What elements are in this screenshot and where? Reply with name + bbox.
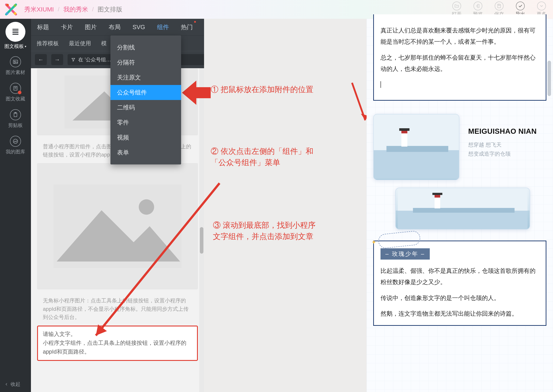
svg-rect-4 [12,29,18,30]
dashed-oval-icon [378,230,421,249]
svg-rect-24 [374,115,459,150]
preview-section-block[interactable]: ✦ – 玫瑰少年 – 比起温柔、倔强、你不是真正的快乐，仓颉这首歌所拥有的粉丝数… [373,241,546,326]
svg-point-3 [14,12,16,15]
preview-paragraph: 传说中，创造象形文字的是一个叫仓颉的人。 [381,293,539,304]
preview-image-card[interactable] [373,114,459,180]
menu-parts[interactable]: 零件 [110,115,181,130]
nav-back-button[interactable]: ← [35,54,47,65]
rail-clip-label: 剪贴板 [8,122,23,129]
chevron-down-icon [537,1,546,10]
preview-image-card[interactable] [395,188,530,230]
svg-point-2 [6,12,8,15]
preview-paragraph: 总之，七岁那年抓住的蝉不会留在夏天，十七岁那年怦然心动的人，也未必能永远。 [381,52,539,75]
text-caret-icon [381,81,539,88]
breadcrumb-sep: / [58,6,59,13]
svg-rect-32 [413,208,515,213]
arrow-icon [182,78,211,107]
tab-title[interactable]: 标题 [37,22,50,32]
rail-collapse-button[interactable]: 收起 [0,381,31,388]
preview-paragraph: 真正让人们总是喜欢翻来覆去感慨年少时光的原因，很有可能是当时忘不掉的某一个人，或… [381,25,539,48]
svg-point-9 [14,61,15,62]
preview-paragraph: 比起温柔、倔强、你不是真正的快乐，仓颉这首歌所拥有的粉丝数好像是少之又少。 [381,265,539,288]
preview-subtext: 想变成造字的仓颉 [468,149,537,159]
preview-pane[interactable]: 真正让人们总是喜欢翻来覆去感慨年少时光的原因，很有可能是当时忘不掉的某一个人，或… [367,19,553,392]
filter-text: 在 '公众号组… [78,56,111,63]
rail-images-label: 图片素材 [6,69,25,76]
svg-rect-31 [398,211,527,229]
menu-divider[interactable]: 分割线 [110,40,181,55]
breadcrumb: 秀米XIUMI / 我的秀米 / 图文排版 [24,5,452,14]
gallery-icon [10,136,21,147]
tab-layout[interactable]: 布局 [108,22,121,32]
menu-video[interactable]: 视频 [110,130,181,145]
annotation-3: ③ 滚动到最底部，找到小程序文字组件，并点击添加到文章 [213,220,316,242]
svg-marker-22 [182,81,211,105]
rail-collapse-label: 收起 [11,381,20,388]
svg-rect-5 [12,30,18,31]
preview-image-text: MEIGUISHAO NIAN 想穿越 想飞天 想变成造字的仓颉 [468,114,537,159]
svg-rect-35 [432,193,442,195]
app-logo[interactable] [4,3,18,16]
svg-marker-23 [96,324,107,336]
svg-rect-29 [399,128,410,131]
rail-images-button[interactable]: 图片素材 [6,56,25,76]
nav-forward-button[interactable]: → [51,54,63,65]
templates-label: 图文模板▾ [4,43,26,50]
svg-rect-34 [435,195,440,198]
tab-component[interactable]: 组件 [156,22,169,32]
sparkle-icon: ✦ [371,238,376,246]
annotation-1: ① 把鼠标放在添加附件的位置 [211,84,313,95]
folder-icon [452,1,461,10]
preview-image-row: MEIGUISHAO NIAN 想穿越 想飞天 想变成造字的仓颉 [373,114,546,180]
menu-qrcode[interactable]: 二维码 [110,100,181,115]
scrollbar-thumb[interactable] [547,61,551,96]
preview-paragraph: 然鹅，连文字造物主都无法写出能让你回来的诗篇。 [381,308,539,319]
arrow-icon [347,81,370,125]
rail-favorites-label: 图文收藏 [6,96,25,102]
arrow-icon [87,181,224,342]
svg-rect-6 [12,32,18,33]
svg-rect-7 [12,34,18,35]
annotation-2: ② 依次点击左侧的「组件」和「公众号组件」菜单 [211,146,313,168]
breadcrumb-brand[interactable]: 秀米XIUMI [24,5,54,14]
svg-rect-25 [374,150,459,179]
rail-gallery-label: 我的图库 [6,148,25,155]
svg-point-0 [6,4,9,7]
tab-svg[interactable]: SVG [132,22,146,32]
menu-wechat-component[interactable]: 公众号组件 [110,85,181,100]
rail-gallery-button[interactable]: 我的图库 [6,136,25,155]
preview-subtext: 想穿越 想飞天 [468,140,537,149]
rail-clipboard-button[interactable]: 剪贴板 [8,109,23,129]
eye-icon [474,1,482,10]
preview-scrollbar[interactable] [547,21,552,390]
left-rail: 图文模板▾ 图片素材 图文收藏 剪贴板 我的图库 收起 [0,19,31,392]
component-dropdown: 分割线 分隔符 关注原文 公众号组件 二维码 零件 视频 表单 [110,35,181,164]
rail-templates-button[interactable] [6,22,25,42]
breadcrumb-current: 图文排版 [98,5,122,14]
menu-separator[interactable]: 分隔符 [110,55,181,70]
section-badge: – 玫瑰少年 – [381,248,430,259]
preview-text-block[interactable]: 真正让人们总是喜欢翻来覆去感慨年少时光的原因，很有可能是当时忘不掉的某一个人，或… [373,14,546,101]
menu-follow[interactable]: 关注原文 [110,70,181,85]
rail-favorites-button[interactable]: 图文收藏 [6,83,25,102]
subtab-trunc[interactable]: 模 [101,40,107,47]
check-icon [516,1,525,10]
tab-image[interactable]: 图片 [84,22,97,32]
image-icon [10,56,21,67]
svg-rect-26 [386,146,448,152]
breadcrumb-sep: / [92,6,94,13]
clipboard-icon [10,109,21,120]
svg-rect-8 [13,60,18,63]
subtab-recommend[interactable]: 推荐模板 [37,40,59,47]
subtab-recent[interactable]: 最近使用 [69,40,91,47]
svg-point-1 [14,4,16,7]
svg-rect-30 [398,188,527,211]
preview-heading: MEIGUISHAO NIAN [468,127,537,135]
menu-form[interactable]: 表单 [110,145,181,160]
tab-card[interactable]: 卡片 [61,22,73,32]
tab-hot[interactable]: 热门 [180,22,193,32]
annotation-canvas: ① 把鼠标放在添加附件的位置 ② 依次点击左侧的「组件」和「公众号组件」菜单 ③… [204,19,368,392]
breadcrumb-my[interactable]: 我的秀米 [63,5,88,14]
favorites-icon [10,83,21,94]
save-icon [495,1,503,10]
